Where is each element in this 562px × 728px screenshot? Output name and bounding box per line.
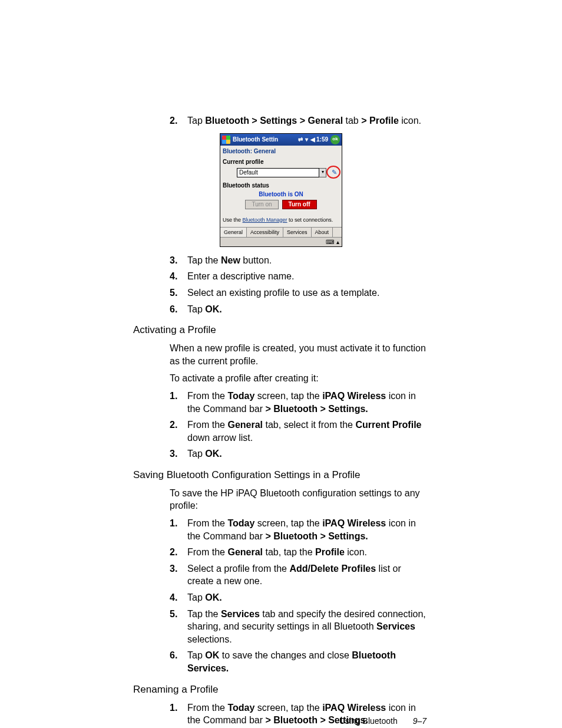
step-number: 1. xyxy=(170,701,187,727)
step-text: Tap OK. xyxy=(187,447,427,460)
step-number: 5. xyxy=(170,608,187,646)
turn-off-button[interactable]: Turn off xyxy=(282,200,317,209)
tab-general[interactable]: General xyxy=(220,228,247,237)
step-text: Tap OK. xyxy=(187,303,427,316)
step-text: From the Today screen, tap the iPAQ Wire… xyxy=(187,517,427,542)
step-list-intro: 2.Tap Bluetooth > Settings > General tab… xyxy=(170,114,427,127)
step-text: From the Today screen, tap the iPAQ Wire… xyxy=(187,390,427,415)
keyboard-icon[interactable]: ⌨ xyxy=(326,238,334,246)
device-screenshot: Bluetooth Settin ⇄ ▾ ◀ 1:59 ok Bluetooth… xyxy=(220,133,342,247)
step-number: 3. xyxy=(170,562,187,588)
bluetooth-status-value: Bluetooth is ON xyxy=(223,190,339,199)
step-text: Tap Bluetooth > Settings > General tab >… xyxy=(187,114,427,127)
step-list-b: 3.Tap the New button.4.Enter a descripti… xyxy=(170,254,427,315)
step-item: 6.Tap OK to save the changes and close B… xyxy=(170,649,427,674)
dropdown-arrow-icon[interactable]: ▾ xyxy=(319,168,326,177)
footer-page-number: 9–7 xyxy=(413,716,427,726)
tab-about[interactable]: About xyxy=(312,228,333,237)
step-item: 5.Select an existing profile to use as a… xyxy=(170,286,427,299)
hint-pre: Use the xyxy=(223,217,243,223)
step-text: Tap OK. xyxy=(187,591,427,604)
tab-accessibility[interactable]: Accessibility xyxy=(247,228,283,237)
step-item: 5.Tap the Services tab and specify the d… xyxy=(170,608,427,646)
step-text: From the General tab, tap the Profile ic… xyxy=(187,546,427,559)
step-item: 1.From the Today screen, tap the iPAQ Wi… xyxy=(170,390,427,415)
step-number: 3. xyxy=(170,447,187,460)
page-footer: Using Bluetooth 9–7 xyxy=(339,716,427,727)
step-text: Enter a descriptive name. xyxy=(187,270,427,283)
hint-post: to set connections. xyxy=(287,217,333,223)
sip-arrow-icon[interactable]: ▴ xyxy=(336,238,339,246)
step-item: 3.Tap the New button. xyxy=(170,254,427,267)
step-item: 2.From the General tab, tap the Profile … xyxy=(170,546,427,559)
start-flag-icon xyxy=(222,136,230,144)
footer-section: Using Bluetooth xyxy=(339,716,398,726)
heading-rename: Renaming a Profile xyxy=(133,683,427,697)
step-item: 1.From the Today screen, tap the iPAQ Wi… xyxy=(170,517,427,542)
sip-bar: ⌨ ▴ xyxy=(220,237,342,246)
step-list-activate: 1.From the Today screen, tap the iPAQ Wi… xyxy=(170,390,427,460)
para-save: To save the HP iPAQ Bluetooth configurat… xyxy=(170,487,427,512)
bluetooth-status-label: Bluetooth status xyxy=(223,182,339,190)
step-text: Tap the New button. xyxy=(187,254,427,267)
step-number: 6. xyxy=(170,649,187,674)
step-item: 3.Tap OK. xyxy=(170,447,427,460)
profile-icon-button[interactable]: ✎ xyxy=(329,167,339,178)
para-activate-2: To activate a profile after creating it: xyxy=(170,372,427,385)
screen-heading: Bluetooth: General xyxy=(220,146,342,157)
speaker-icon: ◀ xyxy=(310,136,315,144)
tab-services[interactable]: Services xyxy=(283,228,312,237)
step-number: 6. xyxy=(170,303,187,316)
signal-icon: ▾ xyxy=(305,136,308,144)
step-item: 3.Select a profile from the Add/Delete P… xyxy=(170,562,427,588)
step-number: 5. xyxy=(170,286,187,299)
window-title: Bluetooth Settin xyxy=(233,136,297,144)
step-text: Tap the Services tab and specify the des… xyxy=(187,608,427,646)
window-titlebar: Bluetooth Settin ⇄ ▾ ◀ 1:59 ok xyxy=(220,134,342,146)
tab-bar: GeneralAccessibilityServicesAbout xyxy=(220,227,342,237)
step-number: 1. xyxy=(170,390,187,415)
manager-hint: Use the Bluetooth Manager to set connect… xyxy=(220,212,342,227)
step-text: From the General tab, select it from the… xyxy=(187,419,427,444)
heading-saving: Saving Bluetooth Configuration Settings … xyxy=(133,469,427,482)
step-number: 1. xyxy=(170,517,187,542)
step-text: Select an existing profile to use as a t… xyxy=(187,286,427,299)
step-number: 2. xyxy=(170,114,187,127)
connectivity-icon: ⇄ xyxy=(298,136,303,144)
step-item: 2.From the General tab, select it from t… xyxy=(170,419,427,444)
step-number: 4. xyxy=(170,270,187,283)
step-list-save: 1.From the Today screen, tap the iPAQ Wi… xyxy=(170,517,427,675)
screenshot-container: Bluetooth Settin ⇄ ▾ ◀ 1:59 ok Bluetooth… xyxy=(135,133,427,247)
step-item: 4.Tap OK. xyxy=(170,591,427,604)
current-profile-label: Current profile xyxy=(223,158,339,166)
step-text: Select a profile from the Add/Delete Pro… xyxy=(187,562,427,588)
profile-dropdown[interactable]: Default xyxy=(237,168,319,177)
heading-activating: Activating a Profile xyxy=(133,324,427,337)
document-page: 2.Tap Bluetooth > Settings > General tab… xyxy=(0,0,562,728)
para-activate-1: When a new profile is created, you must … xyxy=(170,342,427,367)
clock: 1:59 xyxy=(316,136,328,144)
step-number: 2. xyxy=(170,546,187,559)
step-number: 3. xyxy=(170,254,187,267)
annotation-circle xyxy=(326,166,340,179)
step-item: 4.Enter a descriptive name. xyxy=(170,270,427,283)
turn-on-button: Turn on xyxy=(245,200,278,209)
step-number: 2. xyxy=(170,419,187,444)
step-text: Tap OK to save the changes and close Blu… xyxy=(187,649,427,674)
bluetooth-manager-link[interactable]: Bluetooth Manager xyxy=(243,217,287,223)
step-item: 6.Tap OK. xyxy=(170,303,427,316)
step-item: 2.Tap Bluetooth > Settings > General tab… xyxy=(170,114,427,127)
ok-button[interactable]: ok xyxy=(330,135,340,144)
step-number: 4. xyxy=(170,591,187,604)
